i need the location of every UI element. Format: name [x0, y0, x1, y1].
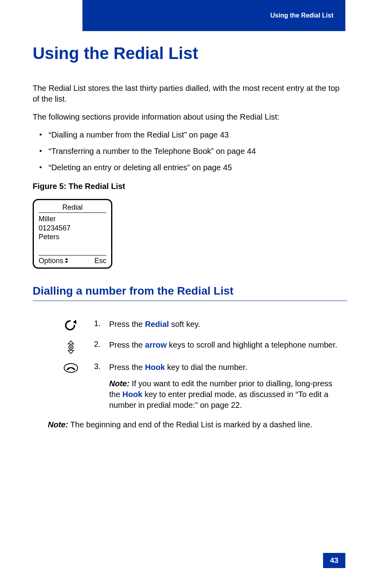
step-text: Press the Hook key to dial the number. N…	[109, 362, 344, 411]
arrow-keys-icon	[48, 340, 94, 356]
note-keyword: Hook	[122, 390, 142, 399]
page: Using the Redial List Using the Redial L…	[0, 0, 380, 588]
svg-marker-2	[73, 320, 76, 324]
step-text-pre: Press the	[109, 320, 145, 328]
svg-marker-1	[65, 261, 68, 263]
phone-screen-title: Redial	[39, 203, 106, 213]
softkey-left: Options	[39, 257, 68, 265]
step-text-post: keys to scroll and highlight a telephone…	[167, 340, 337, 349]
bottom-note-text: The beginning and end of the Redial List…	[68, 420, 312, 429]
svg-marker-3	[68, 341, 74, 344]
list-item: • “Deleting an entry or deleting all ent…	[33, 162, 347, 173]
step-number: 2.	[94, 340, 109, 349]
step-text-pre: Press the	[109, 340, 145, 349]
softkey-left-label: Options	[39, 257, 63, 265]
step-list: 1. Press the Redial soft key. 2. Press	[48, 319, 344, 411]
step-number: 3.	[94, 362, 109, 371]
note-label: Note:	[48, 420, 68, 429]
step: 3. Press the Hook key to dial the number…	[48, 362, 344, 411]
chapter-title: Using the Redial List	[33, 44, 347, 63]
step-note: Note: If you want to edit the number pri…	[109, 378, 342, 411]
section-title: Dialling a number from the Redial List	[33, 285, 347, 301]
step-text-post: key to dial the number.	[165, 363, 247, 372]
phone-screen-line: Miller	[39, 214, 106, 224]
list-item: • “Dialling a number from the Redial Lis…	[33, 130, 347, 140]
note-label: Note:	[109, 379, 129, 388]
list-item-text: “Dialling a number from the Redial List”…	[49, 130, 347, 140]
step: 1. Press the Redial soft key.	[48, 319, 344, 333]
figure-caption: Figure 5: The Redial List	[33, 181, 347, 192]
breadcrumb: Using the Redial List	[270, 12, 333, 19]
phone-screen-body: Miller 01234567 Peters	[39, 214, 106, 255]
paragraph: The following sections provide informati…	[33, 112, 347, 122]
svg-marker-5	[68, 350, 74, 354]
step-text-pre: Press the	[109, 363, 145, 372]
page-number: 43	[323, 553, 345, 568]
bullet-list: • “Dialling a number from the Redial Lis…	[33, 130, 347, 173]
step-text-post: soft key.	[169, 320, 200, 328]
hook-key-icon	[48, 362, 94, 375]
step-text: Press the Redial soft key.	[109, 319, 344, 330]
phone-screen-softkeys: Options Esc	[39, 255, 106, 265]
redial-key-icon	[48, 319, 94, 333]
phone-screen-line: 01234567	[39, 224, 106, 233]
paragraph: The Redial List stores the last thirty p…	[33, 83, 347, 104]
list-item-text: “Transferring a number to the Telephone …	[49, 146, 347, 157]
header-bar: Using the Redial List	[82, 0, 345, 31]
step-number: 1.	[94, 319, 109, 328]
step: 2. Press the arrow keys to scroll and hi…	[48, 340, 344, 356]
bullet-icon: •	[33, 162, 49, 173]
bullet-icon: •	[33, 146, 49, 156]
note-post: key to enter predial mode, as discussed …	[109, 390, 328, 409]
phone-screen-line: Peters	[39, 232, 106, 242]
step-text: Press the arrow keys to scroll and highl…	[109, 340, 344, 350]
step-keyword: arrow	[145, 340, 166, 349]
list-item-text: “Deleting an entry or deleting all entri…	[49, 162, 347, 173]
softkey-right-label: Esc	[94, 257, 106, 265]
bullet-icon: •	[33, 130, 49, 140]
updown-arrows-icon	[65, 258, 68, 264]
note-text: Note: If you want to edit the number pri…	[109, 379, 332, 409]
svg-marker-0	[65, 258, 68, 260]
step-keyword: Hook	[145, 363, 165, 372]
step-keyword: Redial	[145, 320, 169, 328]
bottom-note: Note: The beginning and end of the Redia…	[48, 419, 339, 430]
phone-screen-figure: Redial Miller 01234567 Peters Options Es…	[33, 199, 112, 269]
list-item: • “Transferring a number to the Telephon…	[33, 146, 347, 157]
content-area: Using the Redial List The Redial List st…	[33, 40, 347, 430]
